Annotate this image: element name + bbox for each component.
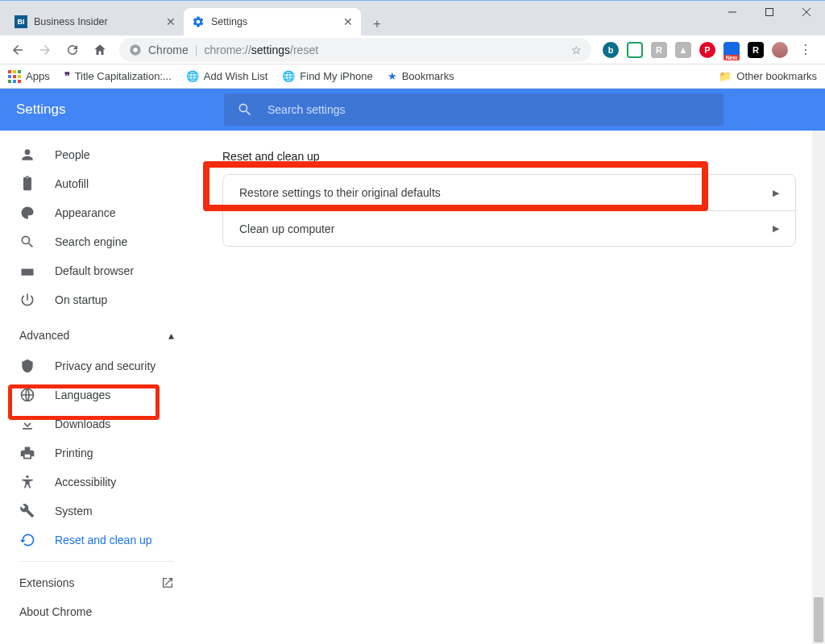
settings-card-group: Restore settings to their original defau… [222, 174, 796, 247]
tab-strip: BI Business Insider ✕ Settings ✕ + [0, 8, 825, 35]
sidebar-item-appearance[interactable]: Appearance [0, 198, 193, 227]
sidebar-item-on-startup[interactable]: On startup [0, 285, 193, 314]
sidebar-item-accessibility[interactable]: Accessibility [0, 467, 193, 497]
gear-icon [192, 15, 205, 28]
svg-point-7 [26, 476, 28, 478]
browser-toolbar: Chrome | chrome://settings/reset ☆ b R ▲… [0, 35, 825, 64]
sidebar-item-autofill[interactable]: Autofill [0, 169, 193, 198]
ext-icon[interactable]: P [699, 42, 715, 58]
bookmark-item[interactable]: ★Bookmarks [388, 70, 454, 82]
reload-button[interactable] [60, 37, 85, 63]
sidebar-item-privacy[interactable]: Privacy and security [0, 351, 193, 380]
chrome-icon [129, 44, 142, 56]
shield-icon [19, 358, 35, 374]
restore-defaults-row[interactable]: Restore settings to their original defau… [223, 175, 795, 210]
search-placeholder: Search settings [267, 103, 346, 116]
folder-icon: 📁 [719, 70, 732, 82]
print-icon [19, 445, 35, 461]
clean-up-computer-row[interactable]: Clean up computer ▶ [223, 210, 795, 246]
ext-icon[interactable] [627, 42, 643, 58]
chrome-label: Chrome [148, 44, 189, 56]
search-icon [237, 102, 253, 118]
settings-main: People Autofill Appearance Search engine… [0, 131, 825, 644]
sidebar-item-search-engine[interactable]: Search engine [0, 227, 193, 256]
window-close[interactable] [788, 0, 825, 24]
globe-icon: 🌐 [186, 70, 199, 82]
sidebar-item-languages[interactable]: Languages [0, 380, 193, 409]
tab-settings[interactable]: Settings ✕ [184, 8, 361, 35]
star-icon[interactable]: ☆ [571, 44, 582, 56]
home-button[interactable] [87, 37, 113, 63]
back-button[interactable] [5, 37, 31, 63]
sidebar-advanced-toggle[interactable]: Advanced ▴ [0, 319, 193, 351]
close-icon[interactable]: ✕ [166, 15, 176, 28]
quote-icon: ❞ [64, 70, 70, 82]
sidebar-about-chrome[interactable]: About Chrome [0, 597, 193, 626]
accessibility-icon [19, 474, 35, 490]
sidebar-item-downloads[interactable]: Downloads [0, 409, 193, 438]
bookmark-item[interactable]: 🌐Find My iPhone [282, 70, 372, 82]
bookmark-item[interactable]: ❞Title Capitalization:... [64, 70, 172, 82]
tab-title: Business Insider [34, 16, 160, 27]
window-titlebar [0, 0, 825, 8]
section-title: Reset and clean up [222, 150, 796, 163]
restore-icon [19, 532, 35, 548]
svg-point-5 [133, 48, 137, 52]
window-controls [714, 0, 825, 24]
tab-business-insider[interactable]: BI Business Insider ✕ [6, 8, 184, 35]
scroll-thumb[interactable] [814, 597, 823, 642]
globe-icon: 🌐 [282, 70, 295, 82]
page-title: Settings [16, 102, 224, 118]
window-maximize[interactable] [751, 0, 788, 24]
ext-icon[interactable]: b [603, 42, 619, 58]
open-external-icon [161, 576, 174, 589]
bookmark-item[interactable]: 🌐Add Wish List [186, 70, 267, 82]
search-settings[interactable]: Search settings [224, 93, 723, 126]
sidebar-item-printing[interactable]: Printing [0, 438, 193, 467]
power-icon [19, 292, 35, 308]
chevron-right-icon: ▶ [773, 223, 779, 234]
svg-rect-1 [766, 9, 773, 16]
wrench-icon [19, 503, 35, 519]
sidebar-item-people[interactable]: People [0, 140, 193, 169]
close-icon[interactable]: ✕ [343, 15, 353, 28]
sidebar-item-reset[interactable]: Reset and clean up [0, 526, 193, 555]
search-icon [19, 234, 35, 250]
settings-sidebar: People Autofill Appearance Search engine… [0, 131, 193, 644]
chevron-right-icon: ▶ [773, 188, 779, 198]
other-bookmarks[interactable]: 📁Other bookmarks [719, 70, 817, 82]
ext-icon[interactable]: New [723, 42, 740, 58]
person-icon [19, 147, 35, 163]
apps-icon [8, 70, 21, 83]
sidebar-item-default-browser[interactable]: Default browser [0, 256, 193, 285]
apps-shortcut[interactable]: Apps [8, 70, 50, 83]
forward-button[interactable] [32, 37, 58, 63]
star-icon: ★ [388, 70, 397, 82]
address-bar[interactable]: Chrome | chrome://settings/reset ☆ [119, 38, 591, 62]
browser-icon [19, 263, 35, 279]
ext-icon[interactable]: R [748, 42, 764, 58]
scrollbar[interactable] [812, 131, 825, 644]
download-icon [19, 416, 35, 432]
clipboard-icon [19, 176, 35, 192]
extension-icons: b R ▲ P New R ⋮ [598, 37, 820, 63]
ext-icon[interactable]: ▲ [675, 42, 691, 58]
favicon-bi: BI [15, 15, 27, 28]
bookmarks-bar: Apps ❞Title Capitalization:... 🌐Add Wish… [0, 64, 825, 89]
window-minimize[interactable] [714, 0, 751, 24]
globe-icon [19, 387, 35, 403]
new-tab-button[interactable]: + [366, 13, 388, 35]
chevron-up-icon: ▴ [168, 329, 174, 342]
settings-content: Reset and clean up Restore settings to t… [193, 131, 825, 644]
settings-header: Settings Search settings [0, 89, 825, 131]
tab-title: Settings [211, 16, 337, 27]
menu-button[interactable]: ⋮ [796, 37, 815, 63]
sidebar-extensions[interactable]: Extensions [0, 568, 193, 597]
sidebar-item-system[interactable]: System [0, 497, 193, 526]
ext-icon[interactable]: R [651, 42, 667, 58]
profile-avatar[interactable] [772, 42, 788, 58]
palette-icon [19, 205, 35, 221]
